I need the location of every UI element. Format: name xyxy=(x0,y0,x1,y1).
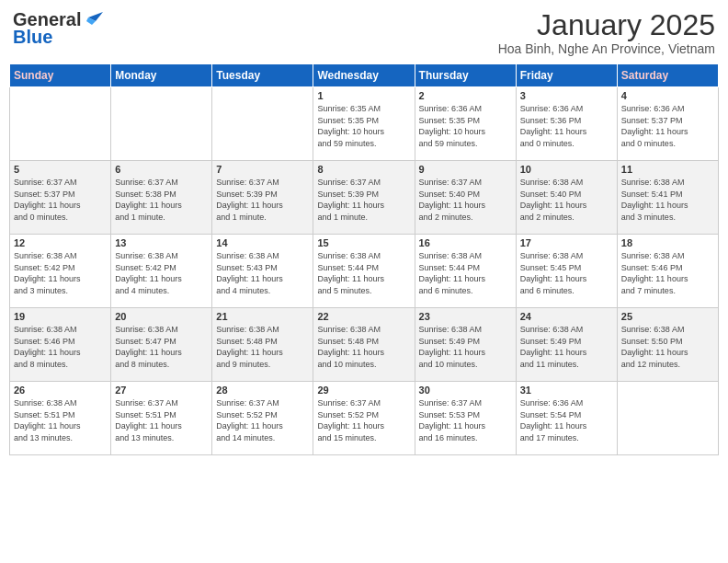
calendar-day-15: 15Sunrise: 6:38 AM Sunset: 5:44 PM Dayli… xyxy=(313,235,415,308)
page-header: General Blue January 2025 Hoa Binh, Nghe… xyxy=(9,9,719,56)
day-info: Sunrise: 6:38 AM Sunset: 5:42 PM Dayligh… xyxy=(14,250,107,296)
calendar-day-10: 10Sunrise: 6:38 AM Sunset: 5:40 PM Dayli… xyxy=(516,161,617,235)
day-number: 14 xyxy=(216,237,309,248)
calendar-day-14: 14Sunrise: 6:38 AM Sunset: 5:43 PM Dayli… xyxy=(212,235,313,308)
day-info: Sunrise: 6:37 AM Sunset: 5:40 PM Dayligh… xyxy=(419,177,512,223)
day-number: 24 xyxy=(520,311,613,322)
calendar-day-3: 3Sunrise: 6:36 AM Sunset: 5:36 PM Daylig… xyxy=(516,87,617,161)
day-info: Sunrise: 6:37 AM Sunset: 5:53 PM Dayligh… xyxy=(419,397,512,443)
day-number: 10 xyxy=(520,164,613,175)
day-info: Sunrise: 6:37 AM Sunset: 5:39 PM Dayligh… xyxy=(216,177,309,223)
day-info: Sunrise: 6:37 AM Sunset: 5:37 PM Dayligh… xyxy=(14,177,107,223)
calendar-day-24: 24Sunrise: 6:38 AM Sunset: 5:49 PM Dayli… xyxy=(516,308,617,382)
col-header-thursday: Thursday xyxy=(415,64,516,87)
day-number: 29 xyxy=(317,385,410,396)
calendar-day-5: 5Sunrise: 6:37 AM Sunset: 5:37 PM Daylig… xyxy=(10,161,111,235)
calendar-day-23: 23Sunrise: 6:38 AM Sunset: 5:49 PM Dayli… xyxy=(415,308,516,382)
day-info: Sunrise: 6:38 AM Sunset: 5:49 PM Dayligh… xyxy=(419,324,512,370)
calendar-day-30: 30Sunrise: 6:37 AM Sunset: 5:53 PM Dayli… xyxy=(415,382,516,455)
day-info: Sunrise: 6:38 AM Sunset: 5:45 PM Dayligh… xyxy=(520,250,613,296)
day-number: 7 xyxy=(216,164,309,175)
col-header-tuesday: Tuesday xyxy=(212,64,313,87)
day-number: 9 xyxy=(419,164,512,175)
calendar-day-26: 26Sunrise: 6:38 AM Sunset: 5:51 PM Dayli… xyxy=(10,382,111,455)
calendar-day-6: 6Sunrise: 6:37 AM Sunset: 5:38 PM Daylig… xyxy=(111,161,212,235)
calendar-week-row: 5Sunrise: 6:37 AM Sunset: 5:37 PM Daylig… xyxy=(10,161,719,235)
day-info: Sunrise: 6:38 AM Sunset: 5:41 PM Dayligh… xyxy=(621,177,714,223)
day-info: Sunrise: 6:38 AM Sunset: 5:46 PM Dayligh… xyxy=(621,250,714,296)
calendar-day-11: 11Sunrise: 6:38 AM Sunset: 5:41 PM Dayli… xyxy=(617,161,718,235)
day-number: 15 xyxy=(317,237,410,248)
calendar-day-7: 7Sunrise: 6:37 AM Sunset: 5:39 PM Daylig… xyxy=(212,161,313,235)
day-number: 23 xyxy=(419,311,512,322)
logo: General Blue xyxy=(13,9,103,48)
day-info: Sunrise: 6:38 AM Sunset: 5:43 PM Dayligh… xyxy=(216,250,309,296)
calendar-day-2: 2Sunrise: 6:36 AM Sunset: 5:35 PM Daylig… xyxy=(415,87,516,161)
day-info: Sunrise: 6:38 AM Sunset: 5:50 PM Dayligh… xyxy=(621,324,714,370)
day-info: Sunrise: 6:38 AM Sunset: 5:49 PM Dayligh… xyxy=(520,324,613,370)
day-info: Sunrise: 6:37 AM Sunset: 5:51 PM Dayligh… xyxy=(115,397,208,443)
calendar-day-4: 4Sunrise: 6:36 AM Sunset: 5:37 PM Daylig… xyxy=(617,87,718,161)
day-info: Sunrise: 6:36 AM Sunset: 5:37 PM Dayligh… xyxy=(621,103,714,149)
day-info: Sunrise: 6:38 AM Sunset: 5:47 PM Dayligh… xyxy=(115,324,208,370)
day-info: Sunrise: 6:38 AM Sunset: 5:51 PM Dayligh… xyxy=(14,397,107,443)
calendar-day-29: 29Sunrise: 6:37 AM Sunset: 5:52 PM Dayli… xyxy=(313,382,415,455)
day-number: 11 xyxy=(621,164,714,175)
calendar-week-row: 19Sunrise: 6:38 AM Sunset: 5:46 PM Dayli… xyxy=(10,308,719,382)
calendar-day-18: 18Sunrise: 6:38 AM Sunset: 5:46 PM Dayli… xyxy=(617,235,718,308)
day-number: 21 xyxy=(216,311,309,322)
day-info: Sunrise: 6:36 AM Sunset: 5:36 PM Dayligh… xyxy=(520,103,613,149)
day-info: Sunrise: 6:38 AM Sunset: 5:46 PM Dayligh… xyxy=(14,324,107,370)
col-header-saturday: Saturday xyxy=(617,64,718,87)
day-info: Sunrise: 6:36 AM Sunset: 5:54 PM Dayligh… xyxy=(520,397,613,443)
day-info: Sunrise: 6:38 AM Sunset: 5:48 PM Dayligh… xyxy=(216,324,309,370)
day-number: 8 xyxy=(317,164,410,175)
day-number: 31 xyxy=(520,385,613,396)
empty-day xyxy=(10,87,111,161)
day-number: 4 xyxy=(621,90,714,101)
empty-day xyxy=(212,87,313,161)
calendar-day-8: 8Sunrise: 6:37 AM Sunset: 5:39 PM Daylig… xyxy=(313,161,415,235)
col-header-friday: Friday xyxy=(516,64,617,87)
location-subtitle: Hoa Binh, Nghe An Province, Vietnam xyxy=(498,41,715,56)
calendar-table: SundayMondayTuesdayWednesdayThursdayFrid… xyxy=(9,63,719,455)
day-info: Sunrise: 6:37 AM Sunset: 5:38 PM Dayligh… xyxy=(115,177,208,223)
title-block: January 2025 Hoa Binh, Nghe An Province,… xyxy=(498,9,715,56)
day-number: 16 xyxy=(419,237,512,248)
day-number: 19 xyxy=(14,311,107,322)
calendar-day-9: 9Sunrise: 6:37 AM Sunset: 5:40 PM Daylig… xyxy=(415,161,516,235)
day-number: 18 xyxy=(621,237,714,248)
calendar-day-25: 25Sunrise: 6:38 AM Sunset: 5:50 PM Dayli… xyxy=(617,308,718,382)
calendar-day-19: 19Sunrise: 6:38 AM Sunset: 5:46 PM Dayli… xyxy=(10,308,111,382)
calendar-week-row: 26Sunrise: 6:38 AM Sunset: 5:51 PM Dayli… xyxy=(10,382,719,455)
calendar-day-16: 16Sunrise: 6:38 AM Sunset: 5:44 PM Dayli… xyxy=(415,235,516,308)
day-number: 20 xyxy=(115,311,208,322)
col-header-wednesday: Wednesday xyxy=(313,64,415,87)
day-info: Sunrise: 6:38 AM Sunset: 5:40 PM Dayligh… xyxy=(520,177,613,223)
calendar-day-31: 31Sunrise: 6:36 AM Sunset: 5:54 PM Dayli… xyxy=(516,382,617,455)
day-info: Sunrise: 6:38 AM Sunset: 5:44 PM Dayligh… xyxy=(317,250,410,296)
col-header-monday: Monday xyxy=(111,64,212,87)
day-number: 25 xyxy=(621,311,714,322)
calendar-day-28: 28Sunrise: 6:37 AM Sunset: 5:52 PM Dayli… xyxy=(212,382,313,455)
day-number: 27 xyxy=(115,385,208,396)
calendar-week-row: 12Sunrise: 6:38 AM Sunset: 5:42 PM Dayli… xyxy=(10,235,719,308)
calendar-day-20: 20Sunrise: 6:38 AM Sunset: 5:47 PM Dayli… xyxy=(111,308,212,382)
day-number: 30 xyxy=(419,385,512,396)
day-number: 2 xyxy=(419,90,512,101)
day-info: Sunrise: 6:38 AM Sunset: 5:42 PM Dayligh… xyxy=(115,250,208,296)
month-title: January 2025 xyxy=(498,9,715,41)
logo-blue-text: Blue xyxy=(13,27,52,48)
day-info: Sunrise: 6:35 AM Sunset: 5:35 PM Dayligh… xyxy=(317,103,410,149)
day-number: 13 xyxy=(115,237,208,248)
day-number: 6 xyxy=(115,164,208,175)
calendar-day-13: 13Sunrise: 6:38 AM Sunset: 5:42 PM Dayli… xyxy=(111,235,212,308)
day-number: 26 xyxy=(14,385,107,396)
calendar-day-21: 21Sunrise: 6:38 AM Sunset: 5:48 PM Dayli… xyxy=(212,308,313,382)
logo-bird-icon xyxy=(83,12,103,29)
day-info: Sunrise: 6:38 AM Sunset: 5:44 PM Dayligh… xyxy=(419,250,512,296)
col-header-sunday: Sunday xyxy=(10,64,111,87)
day-info: Sunrise: 6:36 AM Sunset: 5:35 PM Dayligh… xyxy=(419,103,512,149)
day-info: Sunrise: 6:38 AM Sunset: 5:48 PM Dayligh… xyxy=(317,324,410,370)
empty-day xyxy=(111,87,212,161)
